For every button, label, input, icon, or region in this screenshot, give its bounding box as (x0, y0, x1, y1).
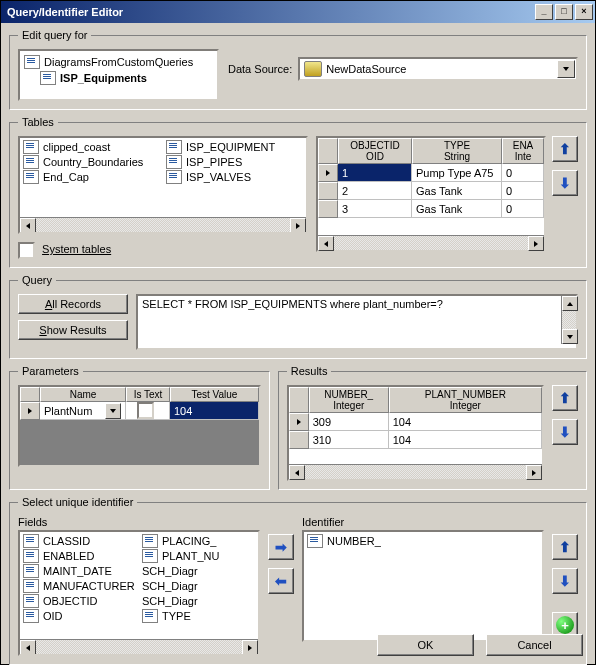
field-icon (23, 549, 39, 563)
results-hscroll[interactable] (289, 464, 542, 479)
table-icon (166, 155, 182, 169)
list-item: ISP_PIPES (165, 155, 304, 169)
list-item: SCH_Diagr (141, 579, 256, 593)
preview-hscroll[interactable] (318, 235, 544, 250)
list-item: End_Cap (22, 170, 161, 184)
data-source-value: NewDataSource (326, 63, 406, 75)
results-down-button[interactable]: ⬇ (552, 419, 578, 445)
list-item: SCH_Diagr (141, 594, 256, 608)
results-legend: Results (287, 365, 332, 377)
table-icon (166, 140, 182, 154)
parameters-legend: Parameters (18, 365, 83, 377)
diagram-icon (24, 55, 40, 69)
table-row: 309 104 (289, 413, 542, 431)
database-icon (304, 61, 322, 77)
results-grid[interactable]: NUMBER_Integer PLANT_NUMBERInteger 309 1… (287, 385, 544, 481)
fields-label: Fields (18, 516, 260, 528)
field-icon (23, 579, 39, 593)
all-records-button[interactable]: AAll Recordsll Records (18, 294, 128, 314)
field-icon (307, 534, 323, 548)
add-identifier-button[interactable]: ➡ (268, 534, 294, 560)
list-item: ISP_EQUIPMENT (165, 140, 304, 154)
move-down-button[interactable]: ⬇ (552, 170, 578, 196)
table-row: PlantNum 104 (20, 402, 259, 420)
identifier-down-button[interactable]: ⬇ (552, 568, 578, 594)
list-item: NUMBER_ (306, 534, 540, 548)
list-item: OID (22, 609, 137, 623)
table-row: 2 Gas Tank 0 (318, 182, 544, 200)
table-row: 310 104 (289, 431, 542, 449)
query-textarea[interactable]: SELECT * FROM ISP_EQUIPMENTS where plant… (136, 294, 578, 350)
show-results-button[interactable]: Show Results (18, 320, 128, 340)
list-item: ISP_VALVES (165, 170, 304, 184)
remove-identifier-button[interactable]: ⬅ (268, 568, 294, 594)
fields-hscroll[interactable] (20, 639, 258, 654)
identifier-legend: Select unique identifier (18, 496, 137, 508)
identifier-up-button[interactable]: ⬆ (552, 534, 578, 560)
identifier-list[interactable]: NUMBER_ (302, 530, 544, 642)
tables-preview-grid[interactable]: OBJECTIDOID TYPEString ENAInte 1 Pump Ty… (316, 136, 546, 252)
table-icon (23, 155, 39, 169)
table-icon (23, 170, 39, 184)
results-up-button[interactable]: ⬆ (552, 385, 578, 411)
query-tree[interactable]: DiagramsFromCustomQueries ISP_Equipments (18, 49, 219, 101)
ok-button[interactable]: OK (377, 634, 474, 656)
cancel-button[interactable]: Cancel (486, 634, 583, 656)
list-item: MAINT_DATE (22, 564, 137, 578)
list-item: CLASSID (22, 534, 137, 548)
parameters-grid[interactable]: Name Is Text Test Value PlantNum 1 (18, 385, 261, 467)
field-icon (23, 564, 39, 578)
move-up-button[interactable]: ⬆ (552, 136, 578, 162)
field-icon (23, 594, 39, 608)
list-item: TYPE (141, 609, 256, 623)
list-item: clipped_coast (22, 140, 161, 154)
data-source-dropdown-button[interactable] (557, 60, 575, 78)
results-group: Results NUMBER_Integer PLANT_NUMBERInteg… (278, 365, 587, 490)
field-icon (142, 609, 158, 623)
list-item: OBJECTID (22, 594, 137, 608)
window-title: Query/Identifier Editor (7, 6, 533, 18)
param-name-dropdown-button[interactable] (105, 403, 121, 419)
tree-child-label: ISP_Equipments (60, 72, 147, 84)
data-source-label: Data Source: (228, 63, 292, 75)
field-icon (142, 549, 158, 563)
field-icon (142, 534, 158, 548)
query-group: Query AAll Recordsll Records Show Result… (9, 274, 587, 359)
edit-query-legend: Edit query for (18, 29, 91, 41)
list-item: SCH_Diagr (141, 564, 256, 578)
identifier-label: Identifier (302, 516, 544, 528)
table-row: 1 Pump Type A75 0 (318, 164, 544, 182)
system-tables-label[interactable]: System tables (42, 243, 111, 255)
list-item: PLANT_NU (141, 549, 256, 563)
table-row: 3 Gas Tank 0 (318, 200, 544, 218)
tree-child: ISP_Equipments (40, 71, 213, 85)
tables-group: Tables clipped_coast Country_Boundaries … (9, 116, 587, 268)
close-button[interactable]: × (575, 4, 593, 20)
maximize-button[interactable]: □ (555, 4, 573, 20)
fields-list[interactable]: CLASSID ENABLED MAINT_DATE MANUFACTURER … (18, 530, 260, 656)
minimize-button[interactable]: _ (535, 4, 553, 20)
tables-legend: Tables (18, 116, 58, 128)
list-item: PLACING_ (141, 534, 256, 548)
table-icon (166, 170, 182, 184)
tree-parent: DiagramsFromCustomQueries (24, 55, 213, 69)
table-icon (40, 71, 56, 85)
query-legend: Query (18, 274, 56, 286)
tables-list[interactable]: clipped_coast Country_Boundaries End_Cap… (18, 136, 308, 234)
plus-icon: + (556, 616, 574, 634)
list-item: ENABLED (22, 549, 137, 563)
table-icon (23, 140, 39, 154)
field-icon (23, 609, 39, 623)
edit-query-group: Edit query for DiagramsFromCustomQueries… (9, 29, 587, 110)
field-icon (23, 534, 39, 548)
system-tables-checkbox[interactable] (18, 242, 35, 259)
tree-parent-label: DiagramsFromCustomQueries (44, 56, 193, 68)
is-text-checkbox[interactable] (137, 402, 154, 419)
parameters-group: Parameters Name Is Text Test Value Plant… (9, 365, 270, 490)
list-item: MANUFACTURER (22, 579, 137, 593)
tables-hscroll[interactable] (20, 217, 306, 232)
list-item: Country_Boundaries (22, 155, 161, 169)
data-source-dropdown[interactable]: NewDataSource (298, 57, 578, 81)
